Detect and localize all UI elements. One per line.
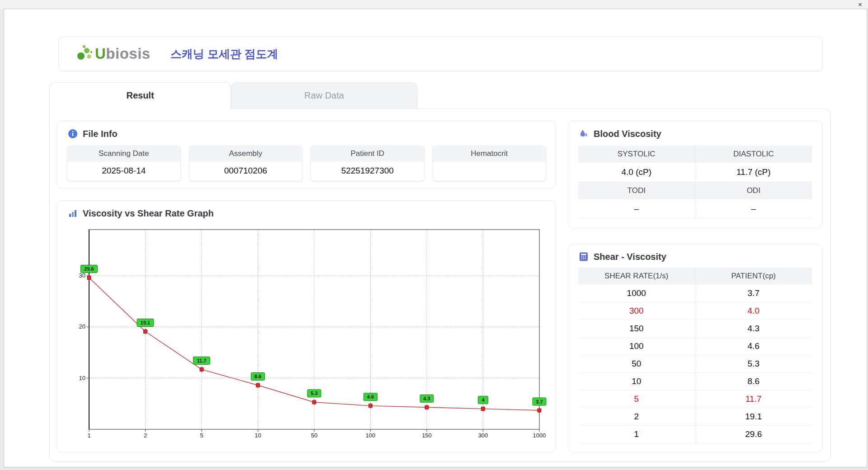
svg-text:50: 50: [311, 432, 317, 438]
bar-chart-icon: [67, 208, 78, 219]
bv-header-systolic: SYSTOLIC: [578, 146, 695, 163]
blood-viscosity-table: SYSTOLIC DIASTOLIC 4.0 (cP) 11.7 (cP) TO…: [578, 146, 812, 219]
bv-header-odi: ODI: [695, 182, 812, 199]
tab-raw-data[interactable]: Raw Data: [231, 82, 417, 108]
file-info-field-patient-id: Patient ID52251927300: [311, 146, 424, 181]
tab-result[interactable]: Result: [49, 82, 231, 109]
window-titlebar: ×: [0, 0, 868, 9]
sv-rows: 10003.73004.01504.31004.6505.3108.6511.7…: [578, 285, 812, 443]
sv-shear-rate-value: 300: [578, 302, 695, 320]
viscosity-chart: 1020301251050100150300100029.619.111.78.…: [67, 222, 547, 438]
bv-value-diastolic: 11.7 (cP): [695, 163, 812, 182]
file-info-fields: Scanning Date2025-08-14Assembly000710206…: [67, 146, 546, 181]
blood-viscosity-title: Blood Viscosity: [594, 129, 661, 139]
shear-viscosity-header: Shear - Viscosity: [578, 251, 812, 262]
svg-text:2: 2: [144, 432, 147, 438]
svg-text:300: 300: [478, 432, 488, 438]
svg-text:5: 5: [200, 432, 203, 438]
svg-text:8.6: 8.6: [255, 374, 261, 379]
table-row: 219.1: [578, 408, 812, 426]
table-row: 3004.0: [578, 302, 812, 320]
field-value: 2025-08-14: [67, 162, 180, 181]
bv-value-todi: –: [578, 199, 695, 219]
bv-value-row: 4.0 (cP) 11.7 (cP): [578, 163, 812, 182]
svg-text:4.3: 4.3: [423, 396, 430, 401]
svg-text:1000: 1000: [533, 432, 546, 438]
sv-shear-rate-value: 150: [578, 320, 695, 338]
shear-viscosity-card: Shear - Viscosity SHEAR RATE(1/s) PATIEN…: [568, 244, 822, 452]
bv-value-systolic: 4.0 (cP): [578, 163, 695, 182]
logo-text: Ubiosis: [95, 45, 151, 62]
graph-header: Viscosity vs Shear Rate Graph: [67, 208, 546, 219]
close-icon[interactable]: ×: [858, 1, 862, 8]
table-row: 1004.6: [578, 338, 812, 355]
shear-viscosity-table: SHEAR RATE(1/s) PATIENT(cp) 10003.73004.…: [578, 268, 812, 443]
svg-text:5.3: 5.3: [311, 390, 317, 396]
sv-header-shear-rate: SHEAR RATE(1/s): [578, 268, 695, 285]
sv-patient-value: 3.7: [695, 285, 812, 302]
sv-shear-rate-value: 10: [578, 373, 695, 390]
field-label: Scanning Date: [67, 146, 180, 162]
svg-text:19.1: 19.1: [141, 320, 150, 325]
shear-viscosity-title: Shear - Viscosity: [594, 252, 666, 262]
blood-viscosity-header: Blood Viscosity: [578, 128, 812, 139]
sv-patient-value: 4.0: [695, 302, 812, 320]
field-value: 52251927300: [311, 162, 424, 181]
svg-text:4.6: 4.6: [367, 394, 374, 400]
table-row: 129.6: [578, 426, 812, 443]
droplet-icon: [578, 128, 589, 139]
bv-header-todi: TODI: [578, 182, 695, 199]
svg-text:29.6: 29.6: [84, 266, 94, 272]
sv-header-patient: PATIENT(cp): [695, 268, 812, 285]
calculator-icon: [578, 251, 589, 262]
table-row: 511.7: [578, 390, 812, 408]
svg-text:4: 4: [481, 397, 485, 403]
header: Ubiosis 스캐닝 모세관 점도계: [58, 36, 822, 71]
graph-card: Viscosity vs Shear Rate Graph 1020301251…: [57, 200, 556, 452]
sv-patient-value: 4.3: [695, 320, 812, 338]
sv-shear-rate-value: 1: [578, 426, 695, 443]
svg-text:11.7: 11.7: [197, 358, 207, 363]
sv-patient-value: 11.7: [695, 390, 812, 408]
right-column: Blood Viscosity SYSTOLIC DIASTOLIC 4.0 (…: [568, 121, 822, 452]
sv-shear-rate-value: 100: [578, 338, 695, 355]
file-info-field-assembly: Assembly000710206: [189, 146, 302, 181]
sv-shear-rate-value: 2: [578, 408, 695, 426]
sv-shear-rate-value: 1000: [578, 285, 695, 302]
svg-text:10: 10: [255, 432, 261, 438]
tab-bar: Result Raw Data: [49, 82, 831, 108]
file-info-field-hematocrit: Hematocrit: [433, 146, 546, 181]
field-label: Patient ID: [311, 146, 424, 162]
sv-patient-value: 4.6: [695, 338, 812, 355]
sv-patient-value: 8.6: [695, 373, 812, 390]
svg-text:3.7: 3.7: [536, 399, 542, 404]
blood-viscosity-card: Blood Viscosity SYSTOLIC DIASTOLIC 4.0 (…: [568, 121, 822, 228]
content-panel: File Info Scanning Date2025-08-14Assembl…: [49, 108, 831, 462]
svg-text:150: 150: [422, 432, 432, 438]
field-label: Hematocrit: [433, 146, 546, 162]
bv-header-row: TODI ODI: [578, 182, 812, 199]
ubiosis-logo: Ubiosis: [75, 44, 151, 64]
svg-text:30: 30: [79, 272, 85, 279]
bv-header-diastolic: DIASTOLIC: [695, 146, 812, 163]
sv-patient-value: 29.6: [695, 426, 812, 443]
sv-header-row: SHEAR RATE(1/s) PATIENT(cp): [578, 268, 812, 285]
sv-patient-value: 5.3: [695, 355, 812, 373]
file-info-title: File Info: [83, 129, 118, 139]
table-row: 505.3: [578, 355, 812, 373]
table-row: 10003.7: [578, 285, 812, 302]
svg-text:100: 100: [366, 432, 376, 438]
field-label: Assembly: [189, 146, 302, 162]
field-value: [433, 162, 546, 180]
table-row: 108.6: [578, 373, 812, 390]
file-info-field-scanning-date: Scanning Date2025-08-14: [67, 146, 180, 181]
svg-text:10: 10: [79, 375, 85, 381]
sv-shear-rate-value: 50: [578, 355, 695, 373]
info-icon: [67, 128, 78, 139]
field-value: 000710206: [189, 162, 302, 181]
bv-value-odi: –: [695, 199, 812, 219]
table-row: 1504.3: [578, 320, 812, 338]
ubiosis-dots-icon: [75, 44, 93, 64]
svg-text:20: 20: [79, 323, 85, 330]
file-info-header: File Info: [67, 128, 546, 139]
